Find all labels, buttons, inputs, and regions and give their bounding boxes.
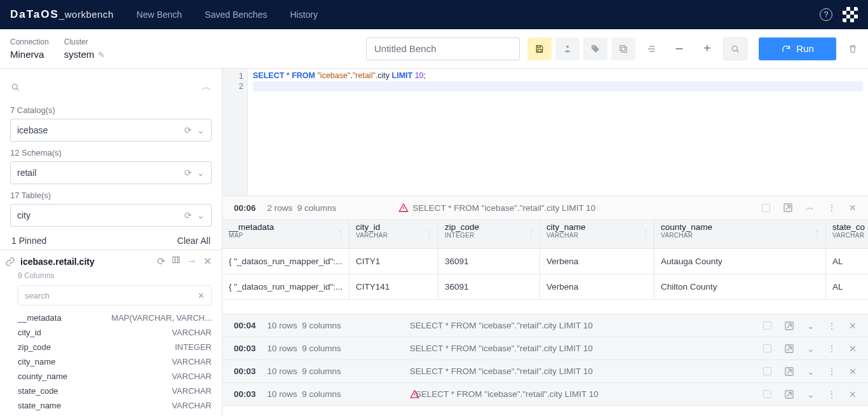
nav-history[interactable]: History — [290, 10, 318, 20]
refresh-icon[interactable]: ⟳ — [157, 255, 165, 267]
column-row[interactable]: county_nameVARCHAR — [18, 369, 212, 384]
minus-button[interactable]: − — [667, 37, 691, 60]
top-nav: New Bench Saved Benches History — [137, 10, 318, 20]
history-row[interactable]: 00:0310 rows 9 columnsSELECT * FROM "ice… — [222, 337, 868, 360]
refresh-icon[interactable]: ⟳ — [184, 210, 192, 220]
table-header[interactable]: zip_codeINTEGER⋮ — [438, 220, 540, 249]
schema-select[interactable]: retail ⟳⌄ — [10, 161, 212, 184]
more-icon[interactable]: ⋮ — [827, 344, 836, 354]
export-icon[interactable] — [784, 344, 794, 354]
chevron-down-icon[interactable]: ⌄ — [807, 366, 815, 377]
brand-suffix: _workbench — [59, 9, 114, 20]
zoom-button[interactable] — [723, 37, 747, 60]
export-icon[interactable] — [784, 389, 794, 399]
table-cell: CITY1 — [349, 249, 438, 274]
bench-name-input[interactable]: Untitled Bench — [366, 37, 520, 60]
nav-new-bench[interactable]: New Bench — [137, 10, 182, 20]
column-row[interactable]: __metadataMAP(VARCHAR, VARCH... — [18, 311, 212, 325]
columns-icon[interactable] — [172, 255, 180, 267]
close-icon[interactable]: ✕ — [849, 389, 857, 399]
table-header[interactable]: city_idVARCHAR⋮ — [349, 220, 438, 249]
close-icon[interactable]: ✕ — [849, 366, 857, 377]
table-cell: Verbena — [540, 274, 654, 300]
save-button[interactable] — [527, 37, 552, 60]
table-header[interactable]: city_nameVARCHAR⋮ — [540, 220, 654, 249]
column-row[interactable]: zip_codeINTEGER — [18, 340, 212, 354]
svg-rect-10 — [178, 257, 179, 262]
chevron-down-icon[interactable]: ⌄ — [807, 344, 815, 354]
refresh-icon[interactable]: ⟳ — [184, 125, 192, 135]
chevron-down-icon[interactable]: ⌄ — [807, 389, 815, 399]
clear-all-button[interactable]: Clear All — [177, 236, 210, 246]
plus-button[interactable]: + — [695, 37, 719, 60]
more-icon[interactable]: ⋮ — [827, 203, 836, 213]
history-list: 00:0410 rows 9 columnsSELECT * FROM "ice… — [222, 314, 868, 406]
svg-rect-0 — [538, 45, 540, 47]
delete-button[interactable] — [848, 44, 858, 54]
history-row[interactable]: 00:0310 rows 9 columnsSELECT * FROM "ice… — [222, 383, 868, 406]
select-checkbox[interactable] — [763, 367, 771, 375]
export-icon[interactable] — [783, 203, 793, 213]
svg-point-6 — [732, 46, 737, 51]
logo: DaTaOS_workbench — [10, 8, 114, 21]
chevron-down-icon[interactable]: ⌄ — [197, 125, 205, 135]
collapse-icon[interactable]: ︿ — [201, 81, 212, 94]
format-button[interactable] — [639, 37, 663, 60]
svg-point-7 — [12, 84, 17, 89]
chevron-down-icon[interactable]: ⌄ — [807, 321, 815, 331]
refresh-icon[interactable]: ⟳ — [184, 168, 192, 178]
chevron-down-icon[interactable]: ⌄ — [197, 168, 205, 178]
pinned-name[interactable]: icebase.retail.city — [20, 257, 95, 267]
chevron-down-icon[interactable]: ⌄ — [197, 210, 205, 220]
close-icon[interactable]: ✕ — [849, 344, 857, 354]
table-select[interactable]: city ⟳⌄ — [10, 204, 212, 227]
topbar: DaTaOS_workbench New Bench Saved Benches… — [0, 0, 868, 29]
help-icon[interactable]: ? — [820, 8, 832, 21]
sql-editor[interactable]: 12 SELECT * FROM "icebase"."retail".city… — [222, 69, 868, 196]
run-button[interactable]: Run — [759, 37, 836, 60]
more-icon[interactable]: ⋮ — [827, 366, 836, 377]
column-row[interactable]: state_nameVARCHAR — [18, 398, 212, 413]
connection-value[interactable]: Minerva — [10, 49, 49, 60]
nav-saved-benches[interactable]: Saved Benches — [205, 10, 267, 20]
table-header[interactable]: state_coVARCHAR⋮ — [826, 220, 868, 249]
pencil-icon[interactable]: ✎ — [98, 50, 105, 60]
catalog-select[interactable]: icebase ⟳⌄ — [10, 119, 212, 142]
select-checkbox[interactable] — [763, 344, 771, 352]
column-row[interactable]: state_codeVARCHAR — [18, 384, 212, 398]
select-checkbox[interactable] — [762, 204, 770, 212]
close-icon[interactable]: ✕ — [849, 321, 857, 331]
table-header[interactable]: county_nameVARCHAR⋮ — [654, 220, 826, 249]
table-cell: Chilton County — [654, 274, 826, 300]
export-icon[interactable] — [784, 321, 794, 331]
more-icon[interactable]: ⋮ — [827, 321, 836, 331]
select-checkbox[interactable] — [763, 390, 771, 398]
export-icon[interactable] — [784, 366, 794, 377]
pinned-count: 1 Pinned — [11, 236, 46, 246]
history-row[interactable]: 00:0410 rows 9 columnsSELECT * FROM "ice… — [222, 314, 868, 337]
arrow-right-icon[interactable]: → — [187, 255, 197, 267]
column-row[interactable]: city_nameVARCHAR — [18, 354, 212, 369]
search-icon[interactable] — [10, 82, 20, 92]
column-row[interactable]: city_idVARCHAR — [18, 325, 212, 340]
more-icon[interactable]: ⋮ — [827, 389, 836, 399]
tag-button[interactable] — [583, 37, 607, 60]
svg-rect-4 — [621, 47, 627, 52]
app-grid-icon[interactable] — [843, 7, 858, 22]
brand-text: DaTaOS — [10, 8, 59, 20]
chevron-up-icon[interactable]: ︿ — [806, 202, 815, 213]
svg-rect-8 — [173, 257, 175, 262]
clear-icon[interactable]: ✕ — [198, 291, 205, 300]
table-header[interactable]: __metadataMAP⋮ — [222, 220, 349, 249]
copy-button[interactable] — [611, 37, 635, 60]
cluster-value[interactable]: system✎ — [64, 49, 105, 60]
history-row[interactable]: 00:0310 rows 9 columnsSELECT * FROM "ice… — [222, 360, 868, 383]
table-label: 17 Table(s) — [10, 191, 212, 200]
close-icon[interactable]: ✕ — [849, 203, 857, 213]
column-search-input[interactable]: search ✕ — [18, 285, 212, 305]
table-cell: 36091 — [438, 274, 540, 300]
close-icon[interactable]: ✕ — [203, 255, 212, 267]
editor-gutter: 12 — [222, 69, 248, 196]
select-checkbox[interactable] — [763, 321, 771, 330]
share-button[interactable] — [555, 37, 580, 60]
